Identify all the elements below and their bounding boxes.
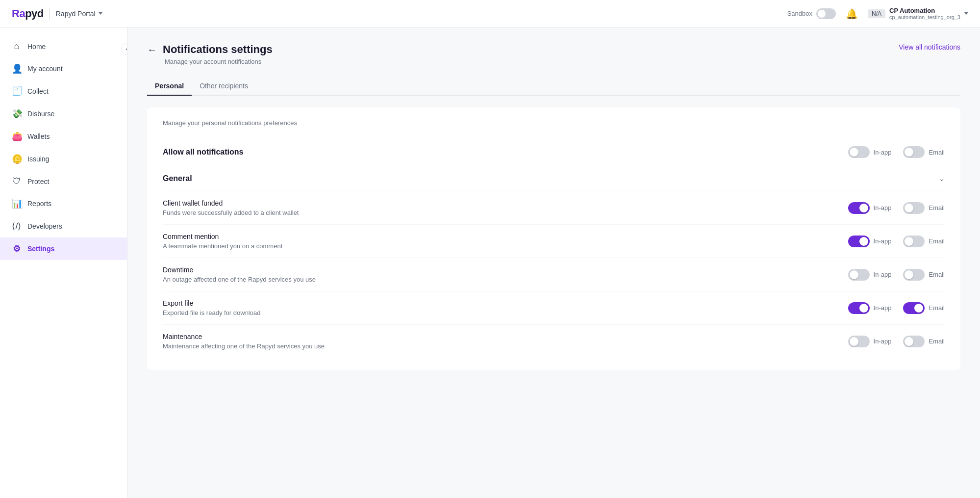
notif-email-label-comment-mention: Email	[929, 237, 945, 245]
notif-email-label-maintenance: Email	[929, 338, 945, 345]
notif-inapp-toggle-downtime[interactable]	[848, 269, 870, 281]
notif-inapp-group-client-wallet-funded: In-app	[848, 202, 892, 214]
tab-other-recipients[interactable]: Other recipients	[192, 77, 256, 96]
user-info: N/A CP Automation cp_automation_testing_…	[868, 7, 968, 20]
notif-name-downtime: Downtime	[163, 266, 316, 274]
portal-label: Rapyd Portal	[56, 10, 96, 18]
notif-name-export-file: Export file	[163, 299, 260, 307]
notif-email-label-client-wallet-funded: Email	[929, 204, 945, 211]
user-details: CP Automation cp_automation_testing_org_…	[889, 7, 960, 20]
notif-inapp-toggle-maintenance[interactable]	[848, 336, 870, 347]
sidebar-label-issuing: Issuing	[27, 155, 49, 163]
general-collapse-icon[interactable]: ⌄	[939, 175, 945, 183]
developers-icon: ⟨/⟩	[12, 221, 22, 232]
notif-inapp-group-comment-mention: In-app	[848, 236, 892, 247]
my-account-icon: 👤	[12, 63, 22, 74]
notif-inapp-label-export-file: In-app	[874, 304, 892, 312]
sidebar-nav: ⌂ Home 👤 My account 🧾 Collect 💸 Disburse…	[0, 35, 127, 260]
allow-all-email-group: Email	[903, 146, 945, 158]
sidebar-item-disburse[interactable]: 💸 Disburse	[0, 103, 127, 125]
collect-icon: 🧾	[12, 86, 22, 97]
notif-inapp-label-downtime: In-app	[874, 271, 892, 278]
sidebar-item-protect[interactable]: 🛡 Protect	[0, 170, 127, 192]
notif-email-toggle-export-file[interactable]	[903, 302, 925, 314]
view-all-notifications-link[interactable]: View all notifications	[899, 43, 960, 51]
na-badge: N/A	[868, 9, 885, 18]
general-section-header: General ⌄	[163, 166, 945, 191]
header-left: Rapyd Rapyd Portal	[12, 7, 102, 20]
portal-selector[interactable]: Rapyd Portal	[56, 10, 102, 18]
top-header: Rapyd Rapyd Portal Sandbox 🔔 N/A CP Auto…	[0, 0, 980, 27]
allow-all-toggles: In-app Email	[848, 146, 945, 158]
notif-name-client-wallet-funded: Client wallet funded	[163, 199, 299, 207]
notif-toggles-export-file: In-app Email	[848, 302, 945, 314]
notif-inapp-group-downtime: In-app	[848, 269, 892, 281]
notif-toggles-comment-mention: In-app Email	[848, 236, 945, 247]
notif-inapp-toggle-client-wallet-funded[interactable]	[848, 202, 870, 214]
notif-email-group-client-wallet-funded: Email	[903, 202, 945, 214]
sidebar-label-disburse: Disburse	[27, 110, 54, 118]
sidebar-item-developers[interactable]: ⟨/⟩ Developers	[0, 215, 127, 237]
notif-inapp-toggle-export-file[interactable]	[848, 302, 870, 314]
notif-desc-maintenance: Maintenance affecting one of the Rapyd s…	[163, 342, 325, 350]
portal-chevron-icon	[99, 12, 102, 15]
notif-item-maintenance: Maintenance Maintenance affecting one of…	[163, 325, 945, 358]
sidebar-label-protect: Protect	[27, 178, 49, 185]
notif-name-maintenance: Maintenance	[163, 333, 325, 341]
sandbox-toggle-group: Sandbox	[787, 8, 836, 19]
general-title: General	[163, 174, 192, 183]
notif-toggles-maintenance: In-app Email	[848, 336, 945, 347]
notif-email-toggle-downtime[interactable]	[903, 269, 925, 281]
user-chevron-icon	[964, 12, 968, 15]
sidebar-item-settings[interactable]: ⚙ Settings	[0, 237, 127, 260]
logo: Rapyd	[12, 7, 44, 20]
notif-inapp-group-export-file: In-app	[848, 302, 892, 314]
notif-desc-export-file: Exported file is ready for download	[163, 309, 260, 316]
allow-all-row: Allow all notifications In-app Email	[163, 138, 945, 166]
notif-info-comment-mention: Comment mention A teammate mentioned you…	[163, 233, 282, 250]
notif-item-comment-mention: Comment mention A teammate mentioned you…	[163, 225, 945, 258]
sidebar-item-collect[interactable]: 🧾 Collect	[0, 80, 127, 103]
app-body: ‹ ⌂ Home 👤 My account 🧾 Collect 💸 Disbur…	[0, 27, 980, 498]
notif-toggles-downtime: In-app Email	[848, 269, 945, 281]
notif-email-label-downtime: Email	[929, 271, 945, 278]
sidebar-item-issuing[interactable]: 🪙 Issuing	[0, 148, 127, 170]
bell-icon[interactable]: 🔔	[846, 8, 858, 20]
notif-inapp-toggle-comment-mention[interactable]	[848, 236, 870, 247]
allow-all-inapp-toggle[interactable]	[848, 146, 870, 158]
back-button[interactable]: ←	[147, 44, 157, 55]
header-right: Sandbox 🔔 N/A CP Automation cp_automatio…	[787, 7, 968, 20]
allow-all-title: Allow all notifications	[163, 148, 243, 157]
sidebar-item-my-account[interactable]: 👤 My account	[0, 57, 127, 80]
notif-info-maintenance: Maintenance Maintenance affecting one of…	[163, 333, 325, 350]
reports-icon: 📊	[12, 198, 22, 209]
notif-info-export-file: Export file Exported file is ready for d…	[163, 299, 260, 316]
notif-item-export-file: Export file Exported file is ready for d…	[163, 291, 945, 325]
notif-email-group-export-file: Email	[903, 302, 945, 314]
user-sub: cp_automation_testing_org_3	[889, 14, 960, 20]
user-name: CP Automation	[889, 7, 960, 14]
page-title-section: ← Notifications settings Manage your acc…	[147, 43, 273, 65]
notif-email-group-downtime: Email	[903, 269, 945, 281]
sidebar-item-home[interactable]: ⌂ Home	[0, 35, 127, 57]
notif-email-toggle-maintenance[interactable]	[903, 336, 925, 347]
sidebar-item-reports[interactable]: 📊 Reports	[0, 192, 127, 215]
sandbox-toggle[interactable]	[816, 8, 836, 19]
content-card: Manage your personal notifications prefe…	[147, 107, 960, 370]
notif-info-downtime: Downtime An outage affected one of the R…	[163, 266, 316, 283]
sidebar-label-my-account: My account	[27, 65, 63, 73]
notif-email-toggle-client-wallet-funded[interactable]	[903, 202, 925, 214]
notif-item-downtime: Downtime An outage affected one of the R…	[163, 258, 945, 291]
page-subtitle: Manage your account notifications	[165, 58, 273, 65]
sidebar-label-settings: Settings	[27, 245, 54, 253]
notif-toggles-client-wallet-funded: In-app Email	[848, 202, 945, 214]
notif-email-label-export-file: Email	[929, 304, 945, 312]
notif-email-toggle-comment-mention[interactable]	[903, 236, 925, 247]
tab-personal[interactable]: Personal	[147, 77, 192, 96]
personal-desc: Manage your personal notifications prefe…	[163, 119, 945, 127]
sidebar-item-wallets[interactable]: 👛 Wallets	[0, 125, 127, 148]
sidebar-label-reports: Reports	[27, 200, 51, 208]
sidebar-label-developers: Developers	[27, 222, 62, 230]
allow-all-email-toggle[interactable]	[903, 146, 925, 158]
sidebar-label-wallets: Wallets	[27, 132, 50, 140]
